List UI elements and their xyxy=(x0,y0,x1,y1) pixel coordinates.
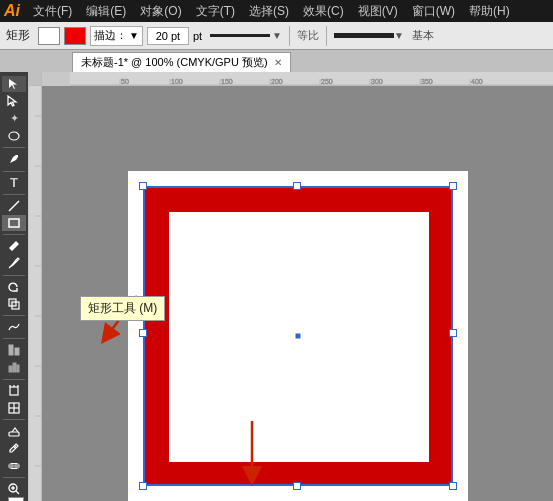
menu-edit[interactable]: 编辑(E) xyxy=(81,0,131,22)
svg-point-20 xyxy=(9,463,14,468)
left-ruler xyxy=(28,86,42,501)
blend-btn[interactable] xyxy=(2,458,26,474)
artboard-btn[interactable] xyxy=(2,382,26,398)
canvas-wrapper: 50 100 150 200 250 300 350 400 xyxy=(28,72,553,501)
warp-btn[interactable] xyxy=(2,319,26,335)
type-tool-btn[interactable]: T xyxy=(2,174,26,190)
zoom-btn[interactable] xyxy=(2,481,26,497)
graph-btn[interactable] xyxy=(2,342,26,358)
svg-text:350: 350 xyxy=(421,78,433,85)
canvas-row: 矩形工具 (M) xyxy=(28,86,553,501)
svg-text:250: 250 xyxy=(321,78,333,85)
svg-point-0 xyxy=(9,132,19,140)
main-area: ✦ T xyxy=(0,72,553,501)
stroke-type-label: 描边： xyxy=(94,28,127,43)
svg-line-25 xyxy=(16,491,19,494)
pt-label: pt xyxy=(193,30,202,42)
canvas-area[interactable]: 矩形工具 (M) xyxy=(42,86,553,501)
toolbar-sep-7 xyxy=(3,338,25,339)
fill-swatch[interactable] xyxy=(8,497,24,501)
menu-effect[interactable]: 效果(C) xyxy=(298,0,349,22)
direct-select-tool-btn[interactable] xyxy=(2,93,26,109)
svg-rect-7 xyxy=(15,348,19,355)
paintbrush-btn[interactable] xyxy=(2,238,26,254)
toolbar-sep-9 xyxy=(3,419,25,420)
menu-bar: 文件(F) 编辑(E) 对象(O) 文字(T) 选择(S) 效果(C) 视图(V… xyxy=(28,0,515,22)
eyedropper-btn[interactable] xyxy=(2,440,26,456)
options-bar: 矩形 描边： ▼ pt ▼ 等比 ▼ 基本 xyxy=(0,22,553,50)
tool-name-label: 矩形 xyxy=(6,27,34,44)
svg-rect-18 xyxy=(9,432,19,436)
svg-rect-5 xyxy=(9,299,16,306)
toolbar-sep-1 xyxy=(3,147,25,148)
menu-type[interactable]: 文字(T) xyxy=(191,0,240,22)
document-tab[interactable]: 未标题-1* @ 100% (CMYK/GPU 预览) ✕ xyxy=(72,52,291,72)
sel-handle-mr[interactable] xyxy=(449,329,457,337)
column-graph-btn[interactable] xyxy=(2,359,26,375)
menu-select[interactable]: 选择(S) xyxy=(244,0,294,22)
toolbar-sep-5 xyxy=(3,275,25,276)
line-style-dropdown[interactable]: ▼ xyxy=(334,30,404,41)
eraser-btn[interactable] xyxy=(2,423,26,439)
tab-bar: 未标题-1* @ 100% (CMYK/GPU 预览) ✕ xyxy=(0,50,553,72)
rotate-btn[interactable] xyxy=(2,278,26,294)
title-bar: Ai 文件(F) 编辑(E) 对象(O) 文字(T) 选择(S) 效果(C) 视… xyxy=(0,0,553,22)
scale-btn[interactable] xyxy=(2,296,26,312)
sel-handle-ml[interactable] xyxy=(139,329,147,337)
stroke-style-arrow: ▼ xyxy=(272,30,282,41)
svg-text:300: 300 xyxy=(371,78,383,85)
top-ruler-row: 50 100 150 200 250 300 350 400 xyxy=(28,72,553,86)
separator-1 xyxy=(289,26,290,46)
fill-color-box[interactable] xyxy=(38,27,60,45)
toolbar-sep-6 xyxy=(3,315,25,316)
menu-window[interactable]: 窗口(W) xyxy=(407,0,460,22)
svg-rect-2 xyxy=(9,219,19,227)
svg-point-21 xyxy=(15,463,20,468)
stroke-size-input[interactable] xyxy=(147,27,189,45)
separator-2 xyxy=(326,26,327,46)
magic-wand-btn[interactable]: ✦ xyxy=(2,111,26,127)
toolbar-sep-3 xyxy=(3,194,25,195)
pen-tool-btn[interactable] xyxy=(2,151,26,167)
ratio-label: 等比 xyxy=(297,28,319,43)
dropdown-arrow-icon: ▼ xyxy=(129,30,139,41)
svg-line-1 xyxy=(9,201,19,211)
select-tool-btn[interactable] xyxy=(2,76,26,92)
tab-label: 未标题-1* @ 100% (CMYK/GPU 预览) xyxy=(81,55,268,70)
svg-rect-11 xyxy=(10,387,18,395)
ruler-corner xyxy=(28,72,42,86)
toolbar-sep-10 xyxy=(3,477,25,478)
menu-object[interactable]: 对象(O) xyxy=(135,0,186,22)
line-tool-btn[interactable] xyxy=(2,197,26,213)
stroke-color-box[interactable] xyxy=(64,27,86,45)
toolbar-sep-4 xyxy=(3,234,25,235)
sel-handle-tl[interactable] xyxy=(139,182,147,190)
lasso-btn[interactable] xyxy=(2,128,26,144)
svg-text:200: 200 xyxy=(271,78,283,85)
stroke-style-dropdown[interactable]: ▼ xyxy=(208,30,282,41)
sel-handle-bl[interactable] xyxy=(139,482,147,490)
sel-handle-br[interactable] xyxy=(449,482,457,490)
toolbar-sep-2 xyxy=(3,171,25,172)
menu-help[interactable]: 帮助(H) xyxy=(464,0,515,22)
sel-handle-bc[interactable] xyxy=(293,482,301,490)
pencil-btn[interactable] xyxy=(2,255,26,271)
app-logo: Ai xyxy=(4,2,20,20)
stroke-type-dropdown[interactable]: 描边： ▼ xyxy=(90,26,143,46)
rect-tool-btn[interactable] xyxy=(2,215,26,231)
svg-text:150: 150 xyxy=(221,78,233,85)
tab-close-button[interactable]: ✕ xyxy=(274,57,282,68)
center-dot xyxy=(295,334,300,339)
line-style-arrow: ▼ xyxy=(394,30,404,41)
slice-btn[interactable] xyxy=(2,400,26,416)
svg-text:100: 100 xyxy=(171,78,183,85)
sel-handle-tc[interactable] xyxy=(293,182,301,190)
menu-file[interactable]: 文件(F) xyxy=(28,0,77,22)
svg-rect-8 xyxy=(9,366,12,372)
basic-label: 基本 xyxy=(412,28,434,43)
artboard xyxy=(128,171,468,501)
menu-view[interactable]: 视图(V) xyxy=(353,0,403,22)
svg-text:50: 50 xyxy=(121,78,129,85)
svg-rect-6 xyxy=(9,345,13,355)
sel-handle-tr[interactable] xyxy=(449,182,457,190)
